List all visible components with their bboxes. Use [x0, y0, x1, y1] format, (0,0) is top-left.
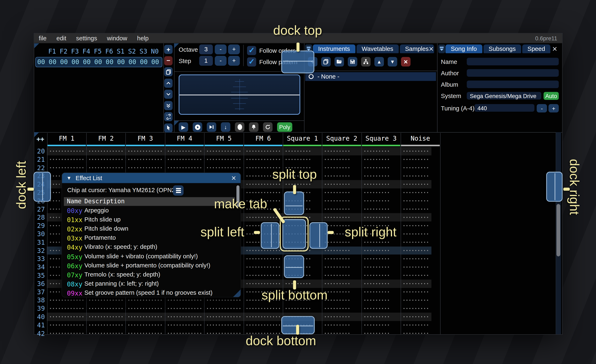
author-field[interactable] [467, 69, 559, 77]
dock-left-dropzone[interactable] [34, 172, 51, 202]
menu-window[interactable]: window [107, 35, 127, 42]
order-row[interactable]: 0000000000000000000000 [35, 57, 162, 67]
effect-description: Volume slide + vibrato (compatibility on… [84, 253, 198, 260]
effect-description: Pitch slide up [84, 216, 121, 223]
album-label: Album [441, 81, 458, 88]
menu-file[interactable]: file [39, 35, 46, 42]
instruments-close-icon[interactable]: × [429, 45, 434, 53]
annotation-dock-left: dock left [14, 161, 29, 209]
order-cell: 00 [117, 58, 125, 66]
split-left-dropzone[interactable] [261, 222, 279, 249]
add-order-button[interactable]: + [164, 45, 172, 54]
channel-header-fm-1[interactable]: FM 1 [47, 134, 86, 142]
move-instrument-up-button[interactable]: ▲ [374, 57, 384, 67]
channel-header-noise[interactable]: Noise [401, 134, 440, 142]
tuning-field[interactable]: 440 [474, 104, 534, 112]
order-row-index: 00 [37, 58, 45, 66]
song-info-collapse-button[interactable] [438, 44, 445, 53]
menu-settings[interactable]: settings [76, 35, 97, 42]
follow-pattern-checkbox[interactable]: ✓ [247, 57, 256, 66]
remove-order-button[interactable]: − [164, 56, 172, 65]
order-cell: 00 [83, 58, 91, 66]
channel-header-square-2[interactable]: Square 2 [322, 134, 361, 142]
save-instrument-button[interactable] [348, 57, 358, 67]
effect-description: Pitch slide down [84, 226, 128, 232]
split-right-dropzone[interactable] [309, 222, 328, 249]
metronome-button[interactable] [249, 122, 259, 132]
channel-header-fm-2[interactable]: FM 2 [86, 134, 126, 142]
instruments-tabs: InstrumentsWavetablesSamples [313, 44, 434, 53]
poly-button[interactable]: Poly [277, 122, 292, 132]
split-bottom-dropzone[interactable] [284, 255, 304, 278]
tab-subsongs[interactable]: Subsongs [483, 44, 521, 53]
tab-speed[interactable]: Speed [522, 44, 550, 53]
channel-header-square-1[interactable]: Square 1 [283, 134, 322, 142]
tuning-minus-button[interactable]: - [536, 104, 547, 112]
effect-code: 07xy [67, 271, 82, 279]
order-cell: 00 [71, 58, 79, 66]
effect-list-menu-button[interactable] [173, 185, 184, 196]
collapse-triangle-icon[interactable]: ▼ [67, 175, 71, 181]
channel-color-bar [244, 145, 282, 146]
tab-instruments[interactable]: Instruments [313, 44, 355, 53]
stop-button[interactable] [235, 122, 244, 132]
channel-header-square-3[interactable]: Square 3 [361, 134, 401, 142]
step-plus-button[interactable]: + [228, 56, 240, 66]
step-value[interactable]: 1 [199, 56, 213, 66]
step-one-row-button[interactable]: ↓ [221, 122, 230, 132]
channel-header-fm-6[interactable]: FM 6 [244, 134, 283, 142]
annotation-dock-bottom: dock bottom [246, 333, 316, 348]
play-button[interactable]: ▶ [179, 122, 188, 132]
move-order-down-button[interactable] [164, 90, 172, 99]
resize-grip-icon[interactable] [233, 290, 241, 297]
name-field[interactable] [467, 58, 559, 65]
effect-code: 02xx [67, 226, 82, 233]
instrument-item-label: - None - [317, 73, 339, 80]
channel-header-fm-5[interactable]: FM 5 [204, 134, 244, 142]
tab-song-info[interactable]: Song Info [446, 44, 482, 53]
tuning-plus-button[interactable]: + [548, 104, 559, 112]
instrument-list-item[interactable]: - None - [305, 72, 436, 81]
dock-right-dropzone[interactable] [546, 172, 562, 202]
octave-plus-button[interactable]: + [228, 44, 240, 54]
channel-color-bar [47, 145, 86, 146]
duplicate-instrument-button[interactable] [321, 57, 331, 67]
instrument-folder-view-button[interactable] [361, 57, 371, 67]
split-top-dropzone[interactable] [284, 191, 304, 215]
octave-minus-button[interactable]: - [215, 44, 227, 54]
menu-edit[interactable]: edit [57, 35, 66, 42]
album-field[interactable] [467, 80, 559, 88]
repeat-pattern-button[interactable] [263, 122, 273, 132]
duplicate-order-button[interactable] [164, 67, 172, 76]
octave-value[interactable]: 3 [199, 44, 213, 54]
follow-orders-checkbox[interactable]: ✓ [247, 46, 256, 55]
channel-header-fm-3[interactable]: FM 3 [126, 134, 165, 142]
channel-color-bar [362, 145, 400, 146]
system-field[interactable]: Sega Genesis/Mega Drive [467, 92, 541, 100]
step-minus-button[interactable]: - [215, 56, 227, 66]
channel-color-bar [322, 145, 361, 146]
add-channel-button[interactable]: ++ [37, 135, 44, 143]
move-instrument-down-button[interactable]: ▼ [387, 57, 397, 67]
effect-description: Set panning (x: left; y: right) [84, 280, 159, 287]
channel-header-fm-4[interactable]: FM 4 [165, 134, 204, 142]
play-from-cursor-button[interactable] [207, 122, 216, 132]
effect-list-titlebar[interactable]: ▼ Effect List × [62, 173, 240, 183]
order-cell: 00 [128, 58, 136, 66]
move-order-up-button[interactable] [164, 78, 172, 87]
duplicate-order-end-button[interactable] [164, 101, 172, 110]
make-tab-dropzone[interactable] [283, 219, 306, 249]
tab-wavetables[interactable]: Wavetables [356, 44, 399, 53]
pattern-scrollbar-thumb[interactable] [557, 204, 560, 256]
deep-clone-order-button[interactable] [164, 112, 172, 121]
effect-list-close-icon[interactable]: × [231, 174, 236, 182]
order-edit-mode-button[interactable] [164, 123, 172, 132]
dock-top-dropzone[interactable] [281, 51, 314, 73]
system-auto-button[interactable]: Auto [544, 92, 559, 100]
menu-help[interactable]: help [137, 35, 149, 42]
song-info-close-icon[interactable]: × [552, 45, 557, 53]
menu-items: fileeditsettingswindowhelp [39, 35, 149, 42]
open-instrument-button[interactable] [335, 57, 344, 67]
play-pattern-button[interactable] [193, 122, 202, 132]
delete-instrument-button[interactable]: × [401, 57, 410, 67]
